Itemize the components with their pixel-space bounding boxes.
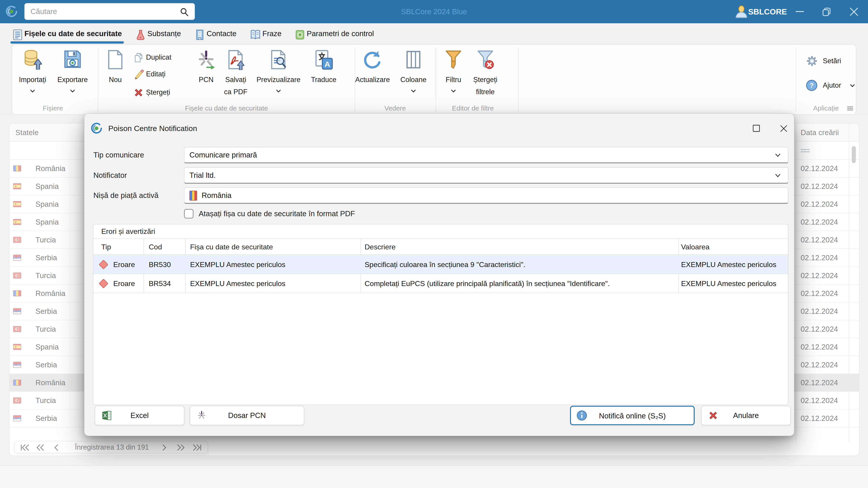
- preview-button[interactable]: Previzualizare: [250, 45, 307, 112]
- tab-label: Fraze: [262, 23, 281, 44]
- error-icon: [99, 279, 108, 288]
- errors-groupbox: Erori și avertizări Tip Cod Fișa cu date…: [93, 224, 788, 405]
- columns-icon: [404, 49, 423, 70]
- attach-pdf-checkbox[interactable]: [184, 209, 193, 219]
- pcn-icon: [196, 49, 216, 70]
- poison-centre-notification-dialog: Poison Centre Notification Tip comunicar…: [84, 113, 794, 436]
- dosar-pcn-button[interactable]: Dosar PCN: [190, 406, 304, 425]
- group-label-filter-editor: Editor de filtre: [450, 103, 495, 113]
- active-tab-underline: [10, 41, 124, 43]
- dialog-close-button[interactable]: [779, 124, 789, 133]
- tab-label: Parametri de control: [307, 23, 374, 44]
- import-button[interactable]: Importați: [16, 45, 50, 112]
- tab-safety-data-sheets[interactable]: Fișele cu date de securitate: [10, 23, 128, 44]
- clear-filters-button[interactable]: Ștergeți filtrele: [466, 45, 504, 112]
- attach-pdf-label: Atașați fișa cu date de securitate în fo…: [199, 205, 355, 222]
- control-parameters-icon: [295, 29, 305, 40]
- ribbon: Importați Exportare Fișiere Nou Duplicat: [12, 44, 856, 115]
- menu-icon[interactable]: [846, 106, 854, 111]
- help-label: Ajutor: [823, 78, 841, 93]
- pencil-icon: [133, 69, 144, 79]
- group-label-files: Fișiere: [30, 103, 75, 113]
- group-label-view: Vedere: [373, 103, 418, 113]
- settings-button[interactable]: Setări: [801, 54, 855, 68]
- chevron-down-icon: [774, 153, 782, 158]
- svg-text:A: A: [324, 60, 330, 68]
- gear-icon: [806, 55, 818, 67]
- clear-filter-icon: [476, 49, 494, 70]
- pdf-icon: [227, 49, 244, 70]
- tab-control-parameters[interactable]: Parametri de control: [294, 23, 382, 44]
- translate-icon: A: [314, 49, 333, 70]
- new-document-icon: [107, 49, 124, 70]
- group-divider: [436, 47, 436, 112]
- translate-button[interactable]: A Traduce: [305, 45, 343, 112]
- minimize-button[interactable]: [795, 8, 805, 15]
- tip-comunicare-label: Tip comunicare: [93, 147, 144, 163]
- group-divider: [518, 47, 519, 112]
- columns-button[interactable]: Coloane: [394, 45, 433, 112]
- title-bar: Căutare SBLCore 2024 Blue SBLCORE: [0, 0, 868, 23]
- dialog-maximize-button[interactable]: [752, 124, 761, 133]
- save-pdf-button[interactable]: Salvați ca PDF: [218, 45, 254, 112]
- group-divider: [98, 47, 98, 112]
- chevron-down-icon: [410, 89, 417, 93]
- chevron-down-icon: [774, 173, 782, 178]
- romania-flag-icon: [189, 191, 197, 201]
- refresh-icon: [362, 49, 383, 70]
- tab-bar: Fișele cu date de securitate Substanțe C…: [0, 23, 868, 44]
- new-button[interactable]: Nou: [102, 45, 129, 112]
- duplicate-icon: [133, 53, 144, 63]
- pcn-button[interactable]: PCN: [195, 45, 217, 112]
- book-icon: [250, 29, 260, 40]
- tab-substances[interactable]: Substanțe: [135, 23, 187, 44]
- errors-table-header: Tip Cod Fișa cu date de securitate Descr…: [93, 239, 788, 255]
- chevron-down-icon: [29, 89, 36, 93]
- tab-phrases[interactable]: Fraze: [249, 23, 285, 44]
- errors-group-title: Erori și avertizări: [101, 224, 155, 238]
- chevron-down-icon: [849, 84, 856, 88]
- chevron-down-icon: [275, 89, 282, 93]
- flask-icon: [135, 29, 146, 40]
- filter-icon: [444, 49, 463, 70]
- restore-button[interactable]: [822, 7, 832, 17]
- notificator-select[interactable]: Trial ltd.: [184, 167, 788, 184]
- cancel-button[interactable]: Anulare: [701, 406, 791, 425]
- help-button[interactable]: ? Ajutor: [801, 78, 855, 93]
- tip-comunicare-select[interactable]: Comunicare primară: [184, 147, 788, 163]
- svg-text:?: ?: [810, 82, 814, 89]
- app-logo-icon: [90, 122, 103, 135]
- duplicate-button[interactable]: Duplicat: [133, 51, 192, 64]
- refresh-button[interactable]: Actualizare: [346, 45, 399, 112]
- account-name[interactable]: SBLCORE: [748, 0, 787, 23]
- notificator-label: Notificator: [93, 167, 127, 184]
- close-button[interactable]: [849, 7, 859, 17]
- group-divider: [796, 47, 796, 112]
- export-floppy-icon: [63, 49, 82, 69]
- help-icon: ?: [806, 79, 818, 92]
- nisa-field[interactable]: România: [184, 187, 788, 204]
- tab-label: Contacte: [207, 23, 237, 44]
- delete-x-icon: [133, 88, 144, 98]
- delete-button[interactable]: Ștergeți: [133, 86, 192, 99]
- settings-label: Setări: [823, 54, 841, 68]
- edit-button[interactable]: Editați: [133, 67, 192, 81]
- user-icon: [735, 5, 748, 19]
- group-label-sds: Fișele cu date de securitate: [170, 103, 283, 113]
- group-label-application: Aplicație: [799, 103, 853, 113]
- excel-button[interactable]: Excel: [95, 406, 184, 425]
- tab-contacts[interactable]: Contacte: [194, 23, 241, 44]
- nisa-label: Nișă de piață activă: [93, 187, 158, 203]
- tab-label: Fișele cu date de securitate: [24, 23, 122, 44]
- document-icon: [13, 29, 23, 40]
- error-row[interactable]: Eroare BR534 EXEMPLU Amestec periculos C…: [93, 274, 788, 293]
- tab-label: Substanțe: [147, 23, 181, 44]
- notify-online-button[interactable]: Notifică online (S₂S): [570, 406, 694, 425]
- error-row[interactable]: Eroare BR530 EXEMPLU Amestec periculos S…: [93, 256, 788, 274]
- filter-button[interactable]: Filtru: [439, 45, 468, 112]
- chevron-down-icon: [450, 89, 457, 93]
- preview-icon: [270, 49, 287, 70]
- export-button[interactable]: Exportare: [56, 45, 90, 112]
- chevron-down-icon: [69, 89, 76, 93]
- import-database-icon: [23, 49, 42, 70]
